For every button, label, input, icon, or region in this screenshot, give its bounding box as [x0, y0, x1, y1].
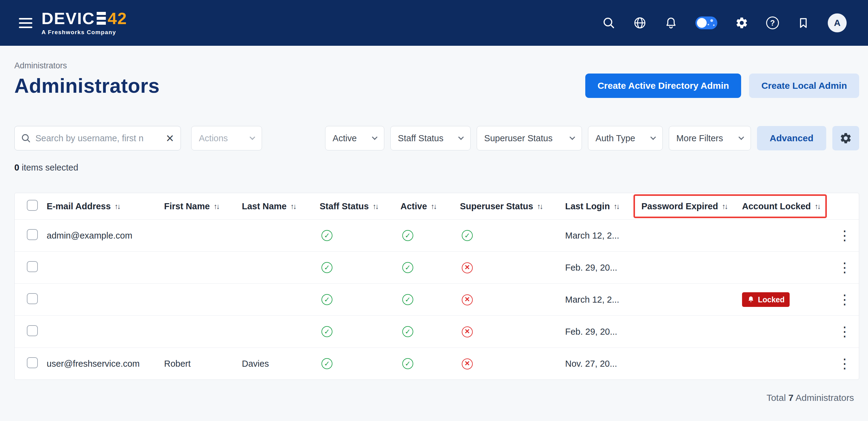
superuser-status-icon	[462, 294, 473, 305]
row-actions-menu-button[interactable]: ⋮	[835, 261, 855, 274]
more-filters-dropdown[interactable]: More Filters	[669, 126, 751, 150]
toggle-knob	[697, 18, 707, 28]
cell-last-name: Davies	[239, 359, 317, 369]
actions-dropdown-label: Actions	[199, 133, 228, 143]
user-avatar[interactable]: A	[828, 13, 847, 32]
active-status-icon	[402, 358, 413, 369]
active-status-icon	[402, 326, 413, 337]
main-content: Administrators Administrators Create Act…	[0, 46, 868, 403]
sort-icon: ↑↓	[614, 202, 620, 211]
logo-subtitle: A Freshworks Company	[41, 29, 127, 36]
help-icon: ?	[766, 17, 779, 29]
column-header-password-expired[interactable]: Password Expired↑↓	[638, 201, 739, 211]
cell-email: user@freshservice.com	[43, 359, 161, 369]
device42-logo[interactable]: DEVIC 42 A Freshworks Company	[41, 10, 127, 36]
cell-last-login: Nov. 27, 20...	[562, 359, 638, 369]
chevron-down-icon	[458, 134, 464, 140]
superuser-status-icon	[462, 326, 473, 337]
create-active-directory-admin-button[interactable]: Create Active Directory Admin	[585, 73, 741, 98]
gear-icon	[839, 132, 852, 145]
top-navbar: DEVIC 42 A Freshworks Company ? A	[0, 0, 868, 46]
chevron-down-icon	[249, 134, 255, 140]
chevron-down-icon	[372, 134, 377, 140]
sort-icon: ↑↓	[290, 202, 297, 211]
active-status-icon	[402, 262, 413, 273]
row-checkbox[interactable]	[27, 357, 38, 368]
actions-dropdown[interactable]: Actions	[191, 126, 262, 150]
sort-icon: ↑↓	[722, 202, 728, 211]
settings-button[interactable]	[735, 16, 748, 30]
staff-status-icon	[321, 326, 333, 337]
table-header-row: E-mail Address↑↓ First Name↑↓ Last Name↑…	[14, 193, 859, 219]
staff-status-icon	[321, 358, 333, 369]
staff-status-icon	[321, 230, 333, 241]
advanced-button[interactable]: Advanced	[757, 126, 826, 150]
row-checkbox[interactable]	[27, 325, 38, 336]
filter-bar: × Actions Active Staff Status Superuser …	[14, 126, 859, 150]
sort-icon: ↑↓	[815, 202, 821, 211]
column-header-superuser-status[interactable]: Superuser Status↑↓	[457, 201, 562, 211]
logo-42: 42	[108, 10, 127, 27]
column-header-staff-status[interactable]: Staff Status↑↓	[317, 201, 397, 211]
sort-icon: ↑↓	[372, 202, 379, 211]
column-header-last-name[interactable]: Last Name↑↓	[239, 201, 317, 211]
row-actions-menu-button[interactable]: ⋮	[835, 325, 855, 338]
search-button[interactable]	[602, 16, 616, 30]
hamburger-menu-button[interactable]	[18, 16, 33, 30]
cell-last-login: Feb. 29, 20...	[562, 327, 638, 337]
title-row: Administrators Create Active Directory A…	[14, 73, 859, 98]
globe-icon	[633, 16, 647, 30]
title-actions: Create Active Directory Admin Create Loc…	[585, 73, 859, 98]
theme-toggle[interactable]	[695, 17, 717, 29]
table-row: Feb. 29, 20... ⋮	[14, 315, 859, 348]
gear-icon	[735, 16, 748, 30]
sort-icon: ↑↓	[214, 202, 220, 211]
logo-e-bars-icon	[97, 12, 106, 25]
row-actions-menu-button[interactable]: ⋮	[835, 293, 855, 306]
table-settings-button[interactable]	[832, 126, 859, 150]
filter-label: More Filters	[677, 133, 723, 143]
filter-active-dropdown[interactable]: Active	[325, 126, 384, 150]
superuser-status-icon	[462, 262, 473, 273]
row-checkbox[interactable]	[27, 261, 38, 272]
column-header-account-locked[interactable]: Account Locked↑↓	[739, 201, 831, 211]
search-icon	[602, 16, 616, 30]
bookmark-icon	[797, 16, 810, 30]
create-local-admin-button[interactable]: Create Local Admin	[749, 73, 859, 98]
search-input[interactable]	[35, 133, 161, 143]
row-checkbox[interactable]	[27, 229, 38, 240]
clear-search-button[interactable]: ×	[165, 131, 175, 145]
table-row: Feb. 29, 20... ⋮	[14, 251, 859, 283]
search-icon	[21, 133, 31, 143]
chevron-down-icon	[738, 134, 744, 140]
language-button[interactable]	[633, 16, 647, 30]
select-all-checkbox[interactable]	[27, 200, 38, 211]
total-count: 7	[788, 393, 794, 403]
column-header-email[interactable]: E-mail Address↑↓	[43, 201, 161, 211]
column-header-active[interactable]: Active↑↓	[397, 201, 457, 211]
bookmark-button[interactable]	[797, 16, 810, 30]
staff-status-icon	[321, 294, 333, 305]
filter-label: Active	[333, 133, 357, 143]
superuser-status-icon	[462, 358, 473, 369]
filter-auth-type-dropdown[interactable]: Auth Type	[588, 126, 663, 150]
sort-icon: ↑↓	[537, 202, 543, 211]
notifications-button[interactable]	[664, 16, 678, 30]
row-actions-menu-button[interactable]: ⋮	[835, 229, 855, 242]
row-checkbox[interactable]	[27, 293, 38, 304]
column-header-last-login[interactable]: Last Login↑↓	[562, 201, 638, 211]
row-actions-menu-button[interactable]: ⋮	[835, 357, 855, 370]
chevron-down-icon	[569, 134, 575, 140]
filter-superuser-status-dropdown[interactable]: Superuser Status	[477, 126, 582, 150]
locked-badge: Locked	[742, 292, 789, 307]
table-row: admin@example.com March 12, 2... ⋮	[14, 219, 859, 251]
logo-text: DEVIC	[41, 10, 95, 27]
active-status-icon	[402, 294, 413, 305]
help-button[interactable]: ?	[766, 17, 779, 29]
sort-icon: ↑↓	[114, 202, 121, 211]
column-header-first-name[interactable]: First Name↑↓	[161, 201, 239, 211]
sort-icon: ↑↓	[431, 202, 437, 211]
cell-email: admin@example.com	[43, 231, 161, 241]
filter-staff-status-dropdown[interactable]: Staff Status	[391, 126, 471, 150]
alarm-bell-icon	[747, 296, 755, 304]
